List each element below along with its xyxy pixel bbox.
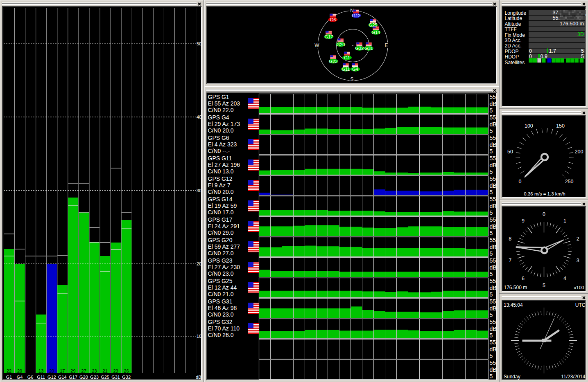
svg-text:GPS G6: GPS G6 xyxy=(208,135,229,141)
svg-text:dB: dB xyxy=(490,264,497,271)
svg-text:5: 5 xyxy=(490,128,493,134)
svg-text:G12: G12 xyxy=(47,375,56,380)
svg-text:17: 17 xyxy=(60,369,65,373)
svg-text:El 27 Az 230: El 27 Az 230 xyxy=(208,264,240,270)
svg-text:El 70 Az 110: El 70 Az 110 xyxy=(208,325,240,332)
svg-text:Longitude: Longitude xyxy=(505,10,527,16)
svg-text:23: 23 xyxy=(113,369,118,373)
svg-text:G32: G32 xyxy=(355,46,364,51)
svg-text:10: 10 xyxy=(197,334,201,339)
svg-text:G31: G31 xyxy=(364,46,373,51)
svg-text:°: ° xyxy=(585,14,586,18)
svg-text:5: 5 xyxy=(581,48,584,54)
svg-text:G31: G31 xyxy=(111,375,120,380)
svg-text:0: 0 xyxy=(529,48,532,54)
svg-text:5: 5 xyxy=(490,332,493,339)
svg-text:G6: G6 xyxy=(27,375,34,380)
svg-text:C/N0 29.0: C/N0 29.0 xyxy=(208,229,234,236)
svg-text:2: 2 xyxy=(577,236,579,242)
svg-text:100: 100 xyxy=(525,123,533,129)
svg-text:55.: 55. xyxy=(553,15,560,21)
svg-text:176.500 m: 176.500 m xyxy=(504,285,527,290)
svg-text:20: 20 xyxy=(197,261,201,266)
svg-text:55: 55 xyxy=(490,196,496,202)
svg-text:dB: dB xyxy=(490,162,497,169)
svg-text:G11: G11 xyxy=(342,67,350,72)
svg-text:El 27 Az 196: El 27 Az 196 xyxy=(208,162,240,168)
svg-text:dB: dB xyxy=(490,285,497,291)
svg-text:G20: G20 xyxy=(337,42,345,47)
svg-text:GPS G32: GPS G32 xyxy=(208,319,233,325)
svg-text:26: 26 xyxy=(124,369,129,373)
svg-text:C/N0 22.0: C/N0 22.0 xyxy=(208,107,234,113)
svg-text:5: 5 xyxy=(490,169,493,175)
svg-text:3D Acc.: 3D Acc. xyxy=(505,38,522,43)
svg-text:50: 50 xyxy=(507,149,513,155)
svg-text:5: 5 xyxy=(490,250,493,257)
svg-text:El 24 Az 291: El 24 Az 291 xyxy=(208,223,240,229)
svg-text:5: 5 xyxy=(490,373,493,380)
svg-text:dB: dB xyxy=(490,223,497,230)
svg-text:dB: dB xyxy=(490,326,497,332)
svg-text:G14: G14 xyxy=(58,375,67,380)
svg-text:5: 5 xyxy=(490,148,493,155)
svg-text:C/N0 23.0: C/N0 23.0 xyxy=(208,311,234,318)
svg-text:6: 6 xyxy=(522,276,525,281)
svg-text:3D: 3D xyxy=(577,31,584,37)
svg-text:1: 1 xyxy=(563,218,566,224)
svg-text:5: 5 xyxy=(490,353,493,359)
svg-text:dB: dB xyxy=(490,244,497,250)
svg-text:5: 5 xyxy=(490,291,493,298)
svg-text:1.7: 1.7 xyxy=(549,48,556,54)
svg-text:20: 20 xyxy=(49,369,54,373)
svg-text:55: 55 xyxy=(490,135,496,141)
svg-text:9: 9 xyxy=(522,218,525,224)
svg-text:Altitude: Altitude xyxy=(505,21,521,27)
svg-text:G23: G23 xyxy=(90,375,99,380)
svg-text:55: 55 xyxy=(490,360,496,366)
svg-text:55: 55 xyxy=(490,237,496,243)
svg-text:GPS G12: GPS G12 xyxy=(208,175,233,182)
svg-text:dB: dB xyxy=(490,346,497,353)
svg-text:5: 5 xyxy=(490,312,493,318)
svg-text:200: 200 xyxy=(575,149,583,155)
svg-text:55: 55 xyxy=(490,278,496,284)
svg-text:G1: G1 xyxy=(344,55,350,60)
svg-text:dB: dB xyxy=(490,142,497,148)
svg-text:HDOP: HDOP xyxy=(505,54,519,60)
svg-text:55: 55 xyxy=(490,155,496,162)
svg-text:40: 40 xyxy=(197,115,201,119)
svg-text:Fix Mode: Fix Mode xyxy=(505,32,525,38)
svg-text:G12: G12 xyxy=(352,13,361,18)
svg-text:C/N0 21.0: C/N0 21.0 xyxy=(208,291,234,297)
svg-text:150: 150 xyxy=(556,123,565,129)
svg-text:G14: G14 xyxy=(372,30,380,35)
svg-text:13: 13 xyxy=(38,369,43,373)
svg-text:El 29 Az 173: El 29 Az 173 xyxy=(208,121,240,127)
svg-text:5: 5 xyxy=(490,189,493,195)
svg-text:El 12 Az 44: El 12 Az 44 xyxy=(208,284,237,291)
svg-text:G32: G32 xyxy=(122,375,131,380)
svg-text:°: ° xyxy=(585,9,586,13)
svg-text:El 4 Az 323: El 4 Az 323 xyxy=(208,141,237,148)
svg-text:GPS G23: GPS G23 xyxy=(208,257,233,264)
svg-text:E: E xyxy=(384,43,388,48)
svg-text:G20: G20 xyxy=(79,375,88,380)
svg-text:W: W xyxy=(314,43,319,48)
svg-text:UTC: UTC xyxy=(575,302,586,308)
svg-text:G1: G1 xyxy=(6,375,12,380)
svg-text:El 46 Az 98: El 46 Az 98 xyxy=(208,305,237,311)
svg-text:55: 55 xyxy=(490,175,496,182)
svg-text:29: 29 xyxy=(70,369,75,373)
svg-text:dB: dB xyxy=(490,366,497,373)
svg-text:13:45:04: 13:45:04 xyxy=(504,302,523,308)
svg-text:55: 55 xyxy=(490,319,496,325)
svg-text:C/N0 26.0: C/N0 26.0 xyxy=(208,332,234,338)
svg-text:Latitude: Latitude xyxy=(505,16,522,21)
svg-text:30: 30 xyxy=(197,188,201,193)
svg-text:55: 55 xyxy=(490,339,496,346)
svg-text:C/N0 13.0: C/N0 13.0 xyxy=(208,168,234,175)
svg-text:G4: G4 xyxy=(352,67,358,72)
svg-text:dB: dB xyxy=(490,203,497,209)
svg-text:TTFF: TTFF xyxy=(505,27,517,32)
